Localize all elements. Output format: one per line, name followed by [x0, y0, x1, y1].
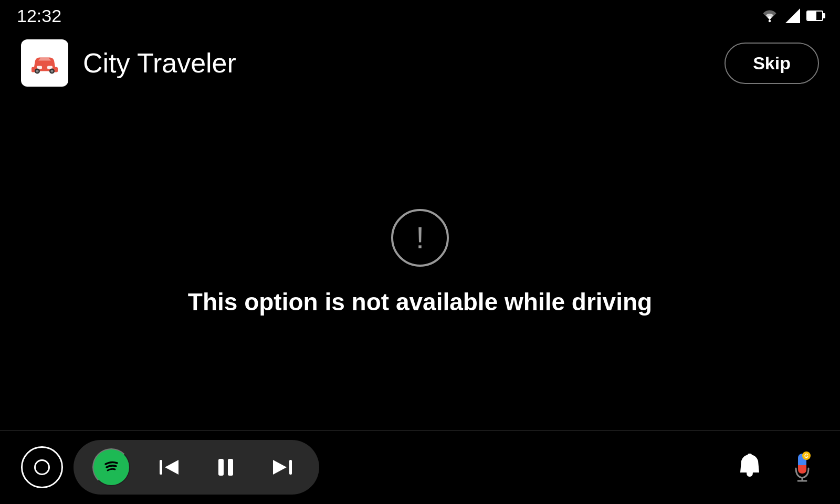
home-button[interactable]: [21, 446, 63, 488]
header-left: City Traveler: [21, 39, 236, 87]
car-icon: [29, 47, 60, 79]
wifi-icon: [760, 8, 779, 23]
status-time: 12:32: [17, 6, 61, 26]
app-title: City Traveler: [83, 47, 236, 79]
svg-marker-9: [165, 460, 178, 475]
next-icon: [269, 454, 296, 481]
svg-point-0: [769, 20, 771, 23]
player-controls: [74, 440, 319, 495]
svg-marker-13: [273, 460, 287, 475]
svg-rect-8: [160, 460, 162, 475]
battery-icon: [806, 10, 823, 21]
mic-icon: G: [785, 450, 819, 484]
warning-circle: !: [391, 209, 449, 267]
skip-button[interactable]: Skip: [724, 43, 819, 84]
svg-rect-14: [748, 454, 752, 457]
exclamation-icon: !: [416, 223, 424, 253]
signal-icon: [785, 8, 800, 23]
status-icons: [760, 8, 823, 23]
svg-point-7: [51, 70, 54, 72]
app-icon: [21, 39, 68, 87]
bottom-left: [21, 440, 319, 495]
pause-icon: [212, 454, 239, 481]
prev-icon: [155, 454, 183, 481]
bell-icon: [733, 450, 766, 484]
prev-button[interactable]: [151, 449, 187, 485]
next-button[interactable]: [265, 449, 300, 485]
bottom-bar: G: [0, 430, 840, 504]
status-bar: 12:32: [0, 0, 840, 32]
svg-rect-10: [218, 459, 224, 476]
svg-rect-11: [228, 459, 233, 476]
main-content: ! This option is not available while dri…: [0, 94, 840, 430]
pause-button[interactable]: [208, 449, 244, 485]
notification-button[interactable]: [733, 450, 766, 484]
mic-button[interactable]: G: [785, 450, 819, 484]
svg-point-5: [36, 70, 39, 72]
home-inner-circle: [34, 459, 50, 475]
svg-marker-1: [785, 8, 800, 23]
header: City Traveler Skip: [0, 32, 840, 94]
bottom-right: G: [733, 450, 819, 484]
svg-text:G: G: [804, 453, 808, 459]
warning-text: This option is not available while drivi…: [188, 288, 652, 316]
spotify-icon: [100, 456, 122, 478]
svg-rect-12: [289, 460, 292, 475]
spotify-button[interactable]: [92, 448, 130, 486]
